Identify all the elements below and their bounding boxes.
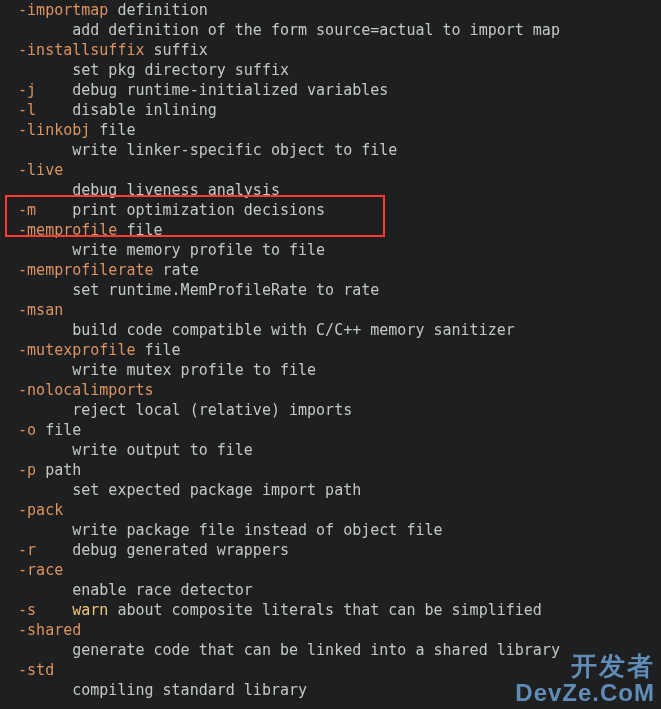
terminal-line: -memprofile file bbox=[0, 220, 661, 240]
cli-arg: file bbox=[90, 121, 135, 139]
terminal-line: compiling standard library bbox=[0, 680, 661, 700]
terminal-line: -o file bbox=[0, 420, 661, 440]
terminal-line: -memprofilerate rate bbox=[0, 260, 661, 280]
terminal-line: write linker-specific object to file bbox=[0, 140, 661, 160]
cli-desc: write output to file bbox=[0, 441, 253, 459]
terminal-line: -j debug runtime-initialized variables bbox=[0, 80, 661, 100]
cli-flag: -msan bbox=[0, 301, 63, 319]
terminal-output: -importmap definition add definition of … bbox=[0, 0, 661, 700]
terminal-line: write output to file bbox=[0, 440, 661, 460]
terminal-line: reject local (relative) imports bbox=[0, 400, 661, 420]
terminal-line: -msan bbox=[0, 300, 661, 320]
cli-desc: write linker-specific object to file bbox=[0, 141, 397, 159]
terminal-line: -std bbox=[0, 660, 661, 680]
cli-flag: -importmap bbox=[0, 1, 108, 19]
cli-flag: -s bbox=[0, 601, 36, 619]
terminal-line: -installsuffix suffix bbox=[0, 40, 661, 60]
cli-flag: -nolocalimports bbox=[0, 381, 154, 399]
cli-flag: -shared bbox=[0, 621, 81, 639]
cli-desc: set expected package import path bbox=[0, 481, 361, 499]
terminal-line: set runtime.MemProfileRate to rate bbox=[0, 280, 661, 300]
terminal-line: -live bbox=[0, 160, 661, 180]
cli-flag: -p bbox=[0, 461, 36, 479]
cli-flag: -m bbox=[0, 201, 36, 219]
cli-flag: -installsuffix bbox=[0, 41, 145, 59]
terminal-line: build code compatible with C/C++ memory … bbox=[0, 320, 661, 340]
terminal-line: -importmap definition bbox=[0, 0, 661, 20]
cli-flag: -live bbox=[0, 161, 63, 179]
cli-arg: rate bbox=[154, 261, 199, 279]
terminal-line: -mutexprofile file bbox=[0, 340, 661, 360]
cli-arg bbox=[36, 601, 72, 619]
cli-desc: set pkg directory suffix bbox=[0, 61, 289, 79]
cli-desc: reject local (relative) imports bbox=[0, 401, 352, 419]
cli-arg: debug generated wrappers bbox=[36, 541, 289, 559]
terminal-line: generate code that can be linked into a … bbox=[0, 640, 661, 660]
cli-desc: build code compatible with C/C++ memory … bbox=[0, 321, 515, 339]
cli-desc: write package file instead of object fil… bbox=[0, 521, 443, 539]
terminal-line: -m print optimization decisions bbox=[0, 200, 661, 220]
cli-desc: debug liveness analysis bbox=[0, 181, 280, 199]
terminal-line: -p path bbox=[0, 460, 661, 480]
cli-arg: file bbox=[117, 221, 162, 239]
terminal-line: -pack bbox=[0, 500, 661, 520]
cli-desc: write memory profile to file bbox=[0, 241, 325, 259]
terminal-line: set pkg directory suffix bbox=[0, 60, 661, 80]
cli-desc: about composite literals that can be sim… bbox=[108, 601, 541, 619]
terminal-line: set expected package import path bbox=[0, 480, 661, 500]
terminal-line: -race bbox=[0, 560, 661, 580]
cli-flag: -o bbox=[0, 421, 36, 439]
cli-flag: -j bbox=[0, 81, 36, 99]
cli-desc: write mutex profile to file bbox=[0, 361, 316, 379]
cli-flag: -l bbox=[0, 101, 36, 119]
cli-flag: -pack bbox=[0, 501, 63, 519]
terminal-line: write package file instead of object fil… bbox=[0, 520, 661, 540]
cli-arg: file bbox=[135, 341, 180, 359]
cli-flag: -memprofilerate bbox=[0, 261, 154, 279]
cli-flag: -memprofile bbox=[0, 221, 117, 239]
terminal-line: write mutex profile to file bbox=[0, 360, 661, 380]
terminal-line: -linkobj file bbox=[0, 120, 661, 140]
terminal-line: -r debug generated wrappers bbox=[0, 540, 661, 560]
cli-arg: path bbox=[36, 461, 81, 479]
terminal-line: -nolocalimports bbox=[0, 380, 661, 400]
cli-arg: disable inlining bbox=[36, 101, 217, 119]
cli-flag: -race bbox=[0, 561, 63, 579]
cli-flag: -linkobj bbox=[0, 121, 90, 139]
terminal-line: -l disable inlining bbox=[0, 100, 661, 120]
terminal-line: add definition of the form source=actual… bbox=[0, 20, 661, 40]
cli-desc: add definition of the form source=actual… bbox=[0, 21, 560, 39]
cli-flag: -std bbox=[0, 661, 54, 679]
cli-desc: compiling standard library bbox=[0, 681, 307, 699]
cli-arg: definition bbox=[108, 1, 207, 19]
cli-desc: set runtime.MemProfileRate to rate bbox=[0, 281, 379, 299]
cli-desc: generate code that can be linked into a … bbox=[0, 641, 560, 659]
terminal-line: write memory profile to file bbox=[0, 240, 661, 260]
terminal-line: enable race detector bbox=[0, 580, 661, 600]
cli-desc: enable race detector bbox=[0, 581, 253, 599]
cli-arg: debug runtime-initialized variables bbox=[36, 81, 388, 99]
cli-arg: print optimization decisions bbox=[36, 201, 325, 219]
cli-arg: file bbox=[36, 421, 81, 439]
cli-arg: suffix bbox=[145, 41, 208, 59]
cli-flag: -r bbox=[0, 541, 36, 559]
terminal-line: -shared bbox=[0, 620, 661, 640]
terminal-line: debug liveness analysis bbox=[0, 180, 661, 200]
cli-warn: warn bbox=[72, 601, 108, 619]
cli-flag: -mutexprofile bbox=[0, 341, 135, 359]
terminal-line: -s warn about composite literals that ca… bbox=[0, 600, 661, 620]
